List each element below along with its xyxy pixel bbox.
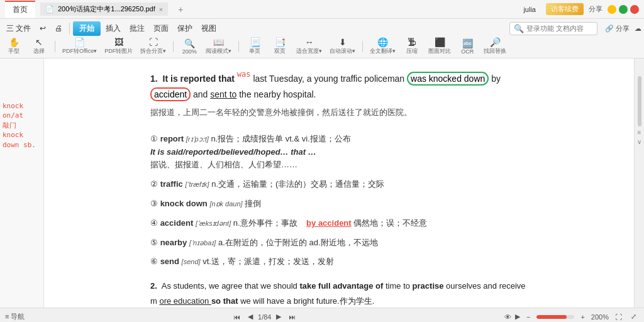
vocab3-word: knock down — [160, 199, 208, 208]
view-mode-label: 阅读模式▾ — [206, 47, 231, 55]
scrollbar-thumb[interactable] — [638, 76, 641, 126]
zoom-out-btn[interactable]: − — [524, 313, 533, 321]
eye-icon[interactable]: 👁 — [504, 313, 511, 321]
tab-pdf-label: 200句话搞定中考1...296250.pdf — [58, 4, 155, 14]
vocab2-num: ② — [150, 179, 158, 189]
maximize-button[interactable] — [619, 5, 628, 14]
sep4 — [362, 41, 363, 52]
page-next-btn[interactable]: ▶ — [274, 312, 284, 321]
hand-tool-btn[interactable]: ✋ 手型 — [3, 36, 25, 57]
toolbar-row2: ✋ 手型 ↖ 选择 📄 PDF转Office▾ 🖼 PDF转图片 ⛶ 拆合分页▾… — [3, 36, 641, 57]
vocab1-example-cn: 据说、据报道、人们相信、人们希望…… — [150, 160, 297, 169]
double-page-label: 双页 — [274, 47, 286, 55]
translate-btn[interactable]: 🌐 全文翻译▾ — [367, 36, 398, 57]
vocab6-num: ⑥ — [150, 257, 158, 266]
vocab1-word: report — [160, 134, 184, 143]
vocab6-phonetic: [send] — [182, 258, 201, 265]
sentence-2-text1: As students, we agree that we should — [162, 281, 300, 291]
toolbar: 三 文件 ↩ 🖨 开始 插入 批注 页面 保护 视图 🔍 🔗 分享 ☁ ✋ 手型… — [0, 19, 644, 58]
contrast-icon: ⬛ — [435, 38, 445, 47]
pdf-image-btn[interactable]: 🖼 PDF转图片 — [102, 36, 135, 57]
was-annotation: was — [237, 70, 251, 79]
menu-file[interactable]: 三 文件 — [3, 22, 35, 35]
sep3 — [238, 41, 239, 52]
annotation-knock-on: knock on/at — [3, 101, 41, 121]
fit-width-btn[interactable]: ↔ 适合宽度▾ — [294, 36, 325, 57]
menu-print[interactable]: 🖨 — [51, 23, 66, 34]
page-last-btn[interactable]: ⏭ — [286, 313, 298, 321]
tab-home[interactable]: 首页 — [5, 1, 35, 18]
vocab6-cn: vt.送，寄；派遣，打发；发送，发射 — [203, 257, 334, 266]
pdf-office-btn[interactable]: 📄 PDF转Office▾ — [60, 36, 99, 57]
play-icon[interactable]: ▶ — [515, 313, 520, 321]
sentence-2-underline: ore education — [159, 296, 211, 306]
find-replace-btn[interactable]: 🔎 找回替换 — [481, 36, 509, 57]
vocab-send: ⑥ send [send] vt.送，寄；派遣，打发；发送，发射 — [150, 255, 528, 269]
status-left: ≡ 导航 — [5, 312, 25, 321]
merge-btn[interactable]: ⛶ 拆合分页▾ — [138, 36, 169, 57]
single-page-btn[interactable]: 📃 单页 — [243, 36, 266, 57]
close-button[interactable] — [630, 5, 639, 14]
tab-add[interactable]: + — [173, 2, 188, 17]
menu-annotate[interactable]: 批注 — [126, 22, 148, 35]
expand-btn[interactable]: ⤢ — [628, 312, 639, 321]
vocab1-phonetic: [rɪˈpɔːt] — [186, 135, 209, 143]
menu-protect[interactable]: 保护 — [174, 22, 196, 35]
view-mode-icon: 📖 — [213, 38, 224, 47]
cloud-btn[interactable]: ☁ — [635, 25, 641, 33]
share-right-btn[interactable]: 🔗 分享 — [605, 24, 630, 33]
title-bar-left: 首页 📄 200句话搞定中考1...296250.pdf × + — [5, 1, 188, 18]
minimize-button[interactable] — [608, 5, 616, 14]
sentence-2-bold1: take full advantage of — [299, 281, 383, 291]
menu-view[interactable]: 视图 — [197, 22, 220, 35]
zoom-label: 200% — [182, 48, 197, 55]
ocr-btn[interactable]: 🔤 OCR — [456, 38, 479, 56]
search-input[interactable] — [526, 25, 589, 32]
vocab1-example-bold: It is said/reported/believed/hoped… that… — [150, 147, 316, 157]
sentence-2-num: 2. — [150, 281, 157, 291]
merge-label: 拆合分页▾ — [140, 47, 166, 55]
start-button[interactable]: 开始 — [73, 21, 101, 36]
auto-scroll-btn[interactable]: ⬇ 自动滚动▾ — [327, 36, 358, 57]
annotation-knock-door: 敲门 — [3, 121, 41, 130]
vocab-traffic: ② traffic [ˈtræfɪk] n.交通，运输量；(非法的）交易；通信量… — [150, 178, 528, 191]
main-area: knock on/at 敲门 knock down sb. 1. It is r… — [0, 58, 644, 308]
menu-page[interactable]: 页面 — [150, 22, 172, 35]
page-first-btn[interactable]: ⏮ — [231, 313, 243, 321]
tab-pdf[interactable]: 📄 200句话搞定中考1...296250.pdf × — [40, 3, 168, 16]
zoom-btn[interactable]: 🔍 200% — [178, 38, 201, 56]
navigation-toggle[interactable]: ≡ 导航 — [5, 312, 25, 321]
share-button[interactable]: 分享 — [589, 4, 602, 14]
by-accident-phrase: by accident — [306, 218, 352, 228]
translate-icon: 🌐 — [377, 38, 388, 47]
vip-button[interactable]: 访客续费 — [546, 3, 584, 15]
find-replace-label: 找回替换 — [484, 47, 506, 55]
sentence-1-and: and — [193, 89, 210, 99]
vocab5-cn: a.在附近的，位于附近的 ad.附近地，不远地 — [218, 238, 378, 247]
right-panel-icon1[interactable]: ≡ — [638, 129, 641, 136]
search-box: 🔍 — [509, 22, 597, 35]
menu-insert[interactable]: 插入 — [102, 22, 125, 35]
zoom-in-btn[interactable]: + — [578, 313, 587, 321]
vocab3-num: ③ — [150, 199, 158, 208]
menu-undo[interactable]: ↩ — [36, 23, 50, 34]
view-mode-btn[interactable]: 📖 阅读模式▾ — [203, 36, 234, 57]
status-bar: ≡ 导航 ⏮ ◀ 1/84 ▶ ⏭ 👁 ▶ − + 200% ⛶ ⤢ — [0, 308, 644, 322]
translate-label: 全文翻译▾ — [370, 47, 396, 55]
contrast-btn[interactable]: ⬛ 图面对比 — [426, 36, 453, 57]
vocab-nearby: ⑤ nearby [ˈnɪəbaɪ] a.在附近的，位于附近的 ad.附近地，不… — [150, 236, 528, 250]
fit-btn[interactable]: ⛶ — [613, 313, 625, 321]
select-tool-btn[interactable]: ↖ 选择 — [28, 36, 50, 57]
pdf-office-label: PDF转Office▾ — [62, 47, 97, 55]
sentence-2-text4: we will have a bright future.作为学生. — [240, 296, 374, 306]
pdf-image-icon: 🖼 — [114, 38, 123, 47]
zoom-icon: 🔍 — [184, 39, 195, 48]
compress-btn[interactable]: 🗜 压缩 — [401, 36, 423, 57]
tab-pdf-close[interactable]: × — [159, 6, 163, 13]
auto-scroll-label: 自动滚动▾ — [330, 47, 355, 55]
vocab1-cn: n.报告；成绩报告单 vt.& vi.报道；公布 — [211, 134, 350, 143]
find-replace-icon: 🔎 — [490, 38, 501, 47]
right-panel-icon2[interactable]: ∨ — [637, 138, 641, 145]
double-page-btn[interactable]: 📑 双页 — [269, 36, 291, 57]
page-prev-btn[interactable]: ◀ — [245, 312, 255, 321]
